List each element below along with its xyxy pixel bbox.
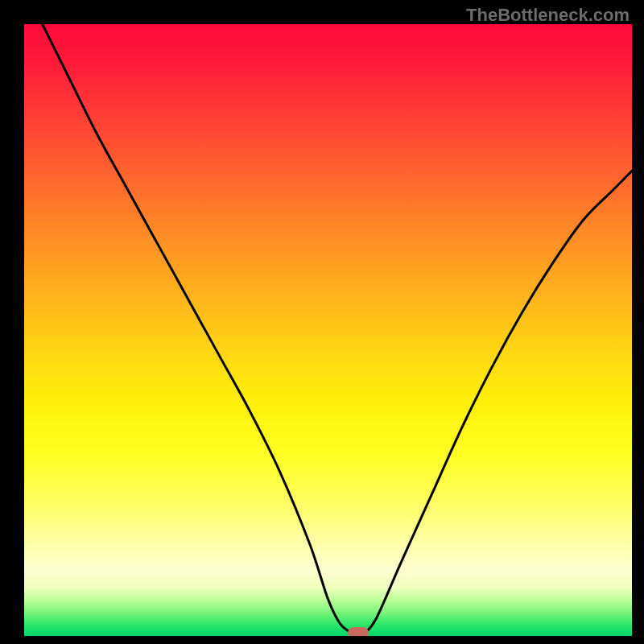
min-marker <box>348 627 369 636</box>
bottleneck-curve <box>24 24 632 636</box>
plot-area <box>24 24 632 636</box>
watermark-text: TheBottleneck.com <box>466 5 630 26</box>
